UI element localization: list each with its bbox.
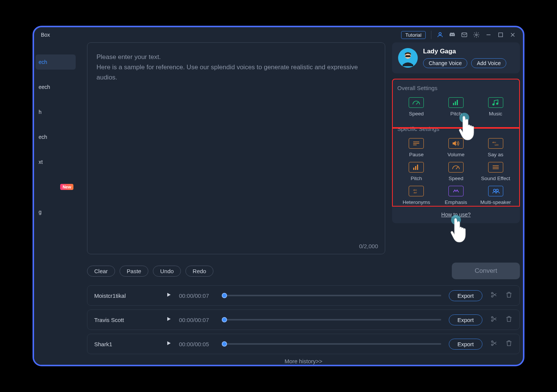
progress-slider[interactable] [224, 295, 441, 296]
history-row: Moistcr1tikal 00:00/00:07 Export [87, 285, 520, 306]
setting-soundeffect[interactable]: Sound Effect [476, 161, 515, 182]
sidebar-item-2[interactable]: h [36, 104, 76, 120]
setting-label: Speed [409, 111, 424, 117]
sidebar-item-3[interactable]: ech [36, 129, 76, 145]
speed-icon [409, 97, 424, 108]
close-icon[interactable] [509, 31, 516, 38]
discord-icon[interactable] [449, 31, 456, 38]
titlebar-controls: Tutorial [401, 31, 516, 39]
undo-button[interactable]: Undo [153, 266, 181, 277]
setting-label: Say as [488, 152, 503, 157]
placeholder-line: Please enter your text. [96, 53, 161, 61]
setting-label: Emphasis [445, 199, 467, 205]
svg-point-31 [496, 189, 498, 191]
setting-music[interactable]: Music [476, 96, 515, 117]
pitch-icon [448, 97, 464, 108]
svg-rect-13 [457, 100, 458, 105]
setting-label: Music [489, 111, 502, 117]
cut-icon[interactable] [490, 339, 498, 348]
app-window: Box Tutorial ech eech h ech xt New g [33, 26, 524, 366]
svg-text:abc: abc [413, 189, 417, 191]
redo-button[interactable]: Redo [185, 266, 213, 277]
mail-icon[interactable] [461, 31, 468, 38]
user-icon[interactable] [437, 31, 443, 38]
sidebar-item-5[interactable]: New [36, 179, 76, 194]
setting-speed2[interactable]: Speed [437, 161, 475, 182]
play-icon[interactable] [166, 292, 171, 299]
track-time: 00:00/00:05 [179, 341, 217, 347]
change-voice-button[interactable]: Change Voice [423, 58, 467, 68]
trash-icon[interactable] [505, 315, 513, 324]
history-row: Shark1 00:00/00:05 Export [87, 334, 520, 354]
tutorial-button[interactable]: Tutorial [401, 31, 426, 39]
svg-point-15 [496, 103, 498, 104]
sidebar-label: h [39, 109, 42, 115]
play-icon[interactable] [166, 341, 171, 347]
add-voice-button[interactable]: Add Voice [471, 58, 506, 68]
sidebar-label: xt [39, 159, 43, 165]
clear-button[interactable]: Clear [87, 266, 115, 277]
text-editor[interactable]: Please enter your text. Here is a sample… [87, 42, 385, 254]
placeholder-line: Here is a sample for reference. Use our … [96, 64, 358, 81]
minimize-icon[interactable] [485, 31, 492, 38]
sidebar-item-0[interactable]: ech [36, 54, 76, 70]
sidebar-label: ech [39, 134, 47, 140]
setting-label: Multi-speaker [480, 199, 511, 205]
setting-multispeaker[interactable]: Multi-speaker [476, 185, 515, 206]
cut-icon[interactable] [490, 291, 498, 300]
setting-heteronyms[interactable]: abcdefHeteronyms [397, 185, 436, 206]
emphasis-icon [448, 186, 464, 196]
setting-label: Volume [447, 152, 464, 157]
sidebar-item-1[interactable]: eech [36, 79, 76, 95]
setting-pause[interactable]: Pause [397, 137, 436, 158]
more-history-link[interactable]: More history>> [87, 358, 520, 364]
progress-slider[interactable] [224, 343, 441, 345]
export-button[interactable]: Export [449, 339, 482, 350]
svg-text:abc: abc [492, 141, 496, 143]
pause-icon [409, 138, 424, 149]
char-count: 0/2,000 [359, 243, 378, 249]
heteronyms-icon: abcdef [409, 186, 424, 196]
sayas-icon: abc123 [488, 138, 503, 149]
avatar [398, 48, 418, 68]
gear-icon[interactable] [473, 31, 480, 38]
svg-rect-11 [453, 103, 454, 105]
sidebar: ech eech h ech xt New g [34, 42, 76, 365]
track-name: Shark1 [94, 341, 159, 347]
maximize-icon[interactable] [497, 31, 504, 38]
svg-text:def: def [414, 191, 417, 194]
multispeaker-icon [488, 186, 503, 196]
cut-icon[interactable] [490, 315, 498, 324]
how-to-use-link[interactable]: How to use? [441, 212, 471, 218]
history-row: Travis Scott 00:00/00:07 Export [87, 310, 520, 330]
titlebar: Box Tutorial [34, 27, 523, 42]
setting-volume[interactable]: Volume [437, 137, 475, 158]
setting-pitch2[interactable]: Pitch [397, 161, 436, 182]
setting-sayas[interactable]: abc123Say as [476, 137, 515, 158]
svg-rect-9 [405, 55, 411, 57]
right-column: Lady Gaga Change Voice Add Voice Overall… [392, 42, 520, 254]
action-row: Clear Paste Undo Redo Convert [87, 263, 520, 279]
paste-button[interactable]: Paste [120, 266, 148, 277]
svg-point-2 [476, 34, 478, 36]
export-button[interactable]: Export [449, 290, 482, 301]
sidebar-item-4[interactable]: xt [36, 154, 76, 170]
setting-speed[interactable]: Speed [397, 96, 436, 117]
export-button[interactable]: Export [449, 314, 482, 325]
trash-icon[interactable] [505, 339, 513, 348]
main-area: Please enter your text. Here is a sample… [76, 42, 523, 365]
setting-pitch[interactable]: Pitch [437, 96, 475, 117]
placeholder-text: Please enter your text. Here is a sample… [96, 52, 376, 83]
setting-emphasis[interactable]: Emphasis [437, 185, 475, 206]
sidebar-item-6[interactable]: g [36, 204, 76, 219]
progress-slider[interactable] [224, 319, 441, 320]
svg-rect-23 [417, 165, 418, 170]
svg-line-24 [456, 167, 458, 169]
overall-settings-title: Overall Settings [397, 85, 515, 91]
svg-rect-12 [455, 101, 456, 105]
trash-icon[interactable] [505, 291, 513, 300]
play-icon[interactable] [166, 316, 171, 323]
setting-label: Sound Effect [481, 176, 510, 181]
setting-label: Pitch [450, 111, 462, 117]
convert-button[interactable]: Convert [452, 263, 520, 279]
